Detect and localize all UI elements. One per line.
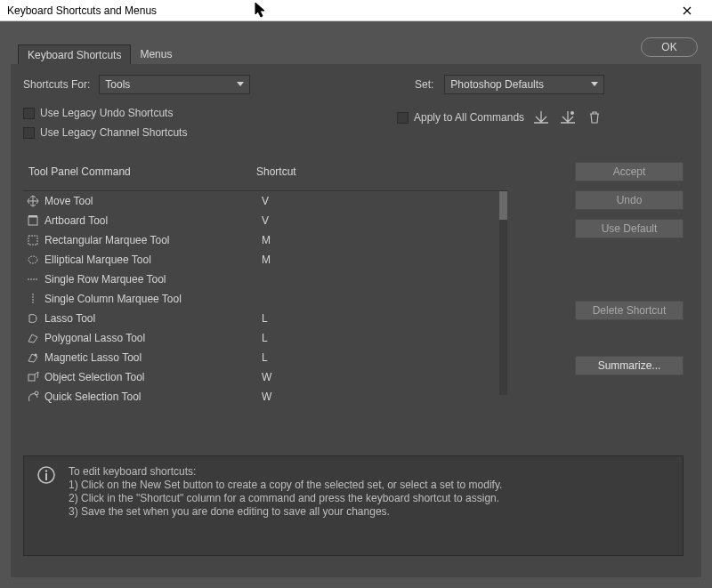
main-panel: Shortcuts For: Tools Set: Photoshop Defa… (11, 64, 701, 577)
use-legacy-channel-label: Use Legacy Channel Shortcuts (40, 126, 187, 139)
help-line-1: 1) Click on the New Set button to create… (69, 479, 502, 492)
chevron-down-icon (237, 82, 244, 87)
tool-shortcut[interactable]: W (256, 391, 271, 403)
tool-name: Polygonal Lasso Tool (43, 332, 256, 344)
svg-point-4 (28, 256, 37, 263)
summarize-button[interactable]: Summarize... (575, 356, 684, 375)
table-row[interactable]: Magnetic Lasso ToolL (23, 348, 507, 367)
help-panel: To edit keyboard shortcuts: 1) Click on … (23, 455, 684, 556)
table-row[interactable]: Rectangular Marquee ToolM (23, 230, 507, 250)
shortcuts-for-label: Shortcuts For: (23, 78, 90, 91)
tool-shortcut[interactable]: V (256, 214, 269, 227)
table-row[interactable]: Polygonal Lasso ToolL (23, 328, 507, 348)
info-icon (36, 465, 56, 485)
table-row[interactable]: Object Selection ToolW (23, 367, 507, 387)
column-header-shortcut[interactable]: Shortcut (256, 165, 490, 178)
trash-icon (588, 111, 601, 124)
new-set-icon (561, 111, 575, 124)
table-row[interactable]: Elliptical Marquee ToolM (23, 250, 507, 270)
table-row[interactable]: Single Column Marquee Tool (23, 289, 507, 309)
tool-icon (23, 254, 43, 266)
tool-icon (23, 351, 43, 364)
tool-icon (23, 293, 43, 305)
svg-rect-10 (45, 473, 47, 480)
undo-button[interactable]: Undo (575, 190, 684, 210)
column-header-command[interactable]: Tool Panel Command (23, 165, 256, 178)
scrollbar[interactable] (499, 191, 507, 395)
tool-icon (23, 214, 43, 227)
save-set-icon (534, 111, 548, 124)
scrollbar-thumb[interactable] (499, 191, 507, 220)
apply-all-label: Apply to All Commands (414, 111, 524, 124)
use-default-button[interactable]: Use Default (575, 219, 684, 238)
tool-shortcut[interactable]: M (256, 254, 271, 266)
save-set-button[interactable] (531, 109, 551, 126)
dialog-body: Keyboard Shortcuts Menus OK Cancel Short… (0, 21, 712, 588)
checkbox-box-icon (23, 108, 35, 119)
tool-name: Object Selection Tool (43, 371, 256, 383)
set-value: Photoshop Defaults (450, 78, 544, 91)
svg-point-9 (45, 470, 47, 471)
tool-shortcut[interactable]: W (256, 371, 271, 383)
tool-name: Single Row Marquee Tool (43, 273, 256, 286)
close-button[interactable] (669, 1, 705, 20)
tool-icon (23, 332, 43, 344)
tool-name: Magnetic Lasso Tool (43, 351, 256, 364)
tool-shortcut[interactable]: L (256, 332, 268, 344)
apply-all-checkbox[interactable]: Apply to All Commands (397, 111, 524, 124)
svg-rect-1 (28, 217, 37, 225)
delete-shortcut-button[interactable]: Delete Shortcut (575, 301, 684, 320)
set-label: Set: (415, 78, 433, 91)
accept-button[interactable]: Accept (575, 162, 684, 181)
tool-icon (23, 371, 43, 383)
help-title: To edit keyboard shortcuts: (69, 465, 502, 479)
svg-point-5 (35, 354, 37, 357)
close-icon (683, 6, 692, 15)
side-actions: Accept Undo Use Default Delete Shortcut … (575, 162, 684, 384)
tool-icon (23, 312, 43, 325)
tool-name: Move Tool (43, 195, 256, 207)
tool-name: Single Column Marquee Tool (43, 293, 256, 305)
svg-point-0 (570, 111, 574, 115)
table-row[interactable]: Lasso ToolL (23, 309, 507, 328)
chevron-down-icon (591, 82, 598, 87)
table-row[interactable]: Quick Selection ToolW (23, 387, 507, 407)
tool-name: Lasso Tool (43, 312, 256, 325)
use-legacy-channel-checkbox[interactable]: Use Legacy Channel Shortcuts (23, 126, 187, 139)
tool-icon (23, 273, 43, 286)
shortcuts-for-dropdown[interactable]: Tools (99, 75, 250, 94)
svg-rect-2 (28, 215, 37, 217)
use-legacy-undo-checkbox[interactable]: Use Legacy Undo Shortcuts (23, 107, 187, 119)
svg-rect-6 (28, 375, 35, 381)
tool-name: Elliptical Marquee Tool (43, 254, 256, 266)
table-body: Move ToolVArtboard ToolVRectangular Marq… (23, 190, 507, 395)
tool-icon (23, 234, 43, 246)
tool-shortcut[interactable]: V (256, 195, 269, 207)
set-dropdown[interactable]: Photoshop Defaults (444, 75, 604, 94)
shortcuts-for-value: Tools (105, 78, 130, 91)
tool-shortcut[interactable]: M (256, 234, 271, 246)
checkbox-box-icon (397, 112, 409, 124)
new-set-button[interactable] (558, 109, 578, 126)
tool-shortcut[interactable]: L (256, 351, 268, 364)
tool-name: Rectangular Marquee Tool (43, 234, 256, 246)
delete-set-button[interactable] (585, 109, 604, 126)
help-text: To edit keyboard shortcuts: 1) Click on … (69, 465, 502, 546)
shortcut-table: Tool Panel Command Shortcut Move ToolVAr… (23, 162, 507, 395)
table-row[interactable]: Artboard ToolV (23, 211, 507, 230)
help-line-3: 3) Save the set when you are done editin… (69, 505, 502, 519)
checkbox-box-icon (23, 127, 35, 139)
tool-icon (23, 195, 43, 207)
title-bar: Keyboard Shortcuts and Menus (0, 0, 712, 21)
tool-name: Artboard Tool (43, 214, 256, 227)
tool-shortcut[interactable]: L (256, 312, 268, 325)
table-row[interactable]: Single Row Marquee Tool (23, 270, 507, 289)
table-row[interactable]: Move ToolV (23, 191, 507, 211)
ok-button[interactable]: OK (641, 37, 698, 57)
tool-icon (23, 391, 43, 403)
table-header: Tool Panel Command Shortcut (23, 162, 507, 183)
help-line-2: 2) Click in the "Shortcut" column for a … (69, 492, 502, 505)
svg-rect-3 (28, 236, 37, 245)
window-title: Keyboard Shortcuts and Menus (7, 4, 157, 17)
use-legacy-undo-label: Use Legacy Undo Shortcuts (40, 107, 173, 119)
